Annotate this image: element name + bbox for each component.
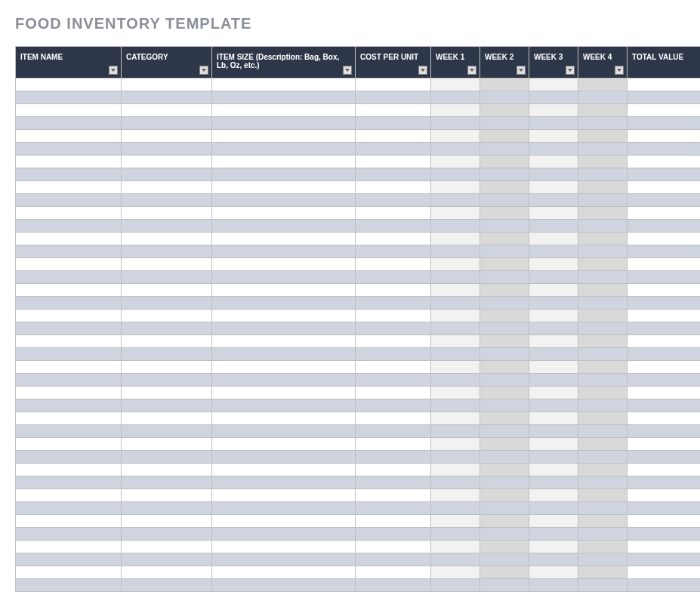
table-cell[interactable] <box>578 515 628 528</box>
table-cell[interactable] <box>122 168 212 181</box>
table-cell[interactable] <box>212 117 356 130</box>
table-cell[interactable] <box>16 245 122 258</box>
table-cell[interactable] <box>431 297 480 310</box>
col-header-category[interactable]: CATEGORY <box>122 47 212 79</box>
table-cell[interactable] <box>356 130 431 143</box>
table-cell[interactable] <box>480 220 529 233</box>
table-cell[interactable] <box>212 579 356 592</box>
table-cell[interactable] <box>628 284 701 297</box>
table-cell[interactable] <box>356 399 431 412</box>
table-cell[interactable] <box>529 297 578 310</box>
table-cell[interactable] <box>431 104 480 117</box>
table-cell[interactable] <box>356 489 431 502</box>
table-cell[interactable] <box>628 207 701 220</box>
table-cell[interactable] <box>431 310 480 322</box>
table-cell[interactable] <box>480 335 529 348</box>
table-cell[interactable] <box>480 566 529 579</box>
table-cell[interactable] <box>122 489 212 502</box>
table-cell[interactable] <box>356 451 431 464</box>
table-cell[interactable] <box>529 104 578 117</box>
table-cell[interactable] <box>529 374 578 387</box>
table-cell[interactable] <box>480 438 529 451</box>
table-cell[interactable] <box>480 91 529 104</box>
table-cell[interactable] <box>212 104 356 117</box>
table-cell[interactable] <box>122 104 212 117</box>
table-cell[interactable] <box>356 194 431 207</box>
table-cell[interactable] <box>578 438 628 451</box>
table-cell[interactable] <box>122 245 212 258</box>
table-cell[interactable] <box>628 156 701 168</box>
table-cell[interactable] <box>16 181 122 194</box>
table-cell[interactable] <box>628 541 701 553</box>
table-cell[interactable] <box>480 79 529 91</box>
table-cell[interactable] <box>529 335 578 348</box>
table-cell[interactable] <box>431 284 480 297</box>
col-header-week-3[interactable]: WEEK 3 <box>529 47 578 79</box>
filter-dropdown-icon[interactable] <box>343 66 352 75</box>
table-cell[interactable] <box>356 91 431 104</box>
col-header-total-value[interactable]: TOTAL VALUE <box>628 47 701 79</box>
table-cell[interactable] <box>212 335 356 348</box>
table-cell[interactable] <box>578 130 628 143</box>
table-cell[interactable] <box>529 387 578 399</box>
table-cell[interactable] <box>122 297 212 310</box>
table-cell[interactable] <box>16 579 122 592</box>
table-cell[interactable] <box>480 579 529 592</box>
table-cell[interactable] <box>356 322 431 335</box>
table-cell[interactable] <box>212 553 356 566</box>
table-cell[interactable] <box>529 181 578 194</box>
table-cell[interactable] <box>431 515 480 528</box>
table-cell[interactable] <box>16 438 122 451</box>
table-cell[interactable] <box>16 143 122 156</box>
table-cell[interactable] <box>529 361 578 374</box>
table-cell[interactable] <box>480 412 529 425</box>
table-cell[interactable] <box>578 79 628 91</box>
table-cell[interactable] <box>212 156 356 168</box>
table-cell[interactable] <box>16 284 122 297</box>
table-cell[interactable] <box>356 245 431 258</box>
col-header-item-size[interactable]: ITEM SIZE (Description: Bag, Box, Lb, Oz… <box>212 47 356 79</box>
table-cell[interactable] <box>628 322 701 335</box>
table-cell[interactable] <box>480 233 529 245</box>
table-cell[interactable] <box>578 207 628 220</box>
table-cell[interactable] <box>431 553 480 566</box>
table-cell[interactable] <box>431 322 480 335</box>
table-cell[interactable] <box>431 258 480 271</box>
table-cell[interactable] <box>578 528 628 541</box>
table-cell[interactable] <box>578 181 628 194</box>
table-cell[interactable] <box>212 425 356 438</box>
col-header-week-2[interactable]: WEEK 2 <box>480 47 529 79</box>
table-cell[interactable] <box>628 220 701 233</box>
table-cell[interactable] <box>16 541 122 553</box>
table-cell[interactable] <box>480 528 529 541</box>
table-cell[interactable] <box>122 553 212 566</box>
table-cell[interactable] <box>431 399 480 412</box>
table-cell[interactable] <box>212 374 356 387</box>
table-cell[interactable] <box>480 156 529 168</box>
table-cell[interactable] <box>356 297 431 310</box>
table-cell[interactable] <box>578 143 628 156</box>
table-cell[interactable] <box>212 130 356 143</box>
table-cell[interactable] <box>529 168 578 181</box>
table-cell[interactable] <box>212 566 356 579</box>
table-cell[interactable] <box>356 220 431 233</box>
table-cell[interactable] <box>480 207 529 220</box>
table-cell[interactable] <box>16 297 122 310</box>
table-cell[interactable] <box>212 464 356 476</box>
table-cell[interactable] <box>578 322 628 335</box>
table-cell[interactable] <box>16 233 122 245</box>
table-cell[interactable] <box>431 143 480 156</box>
table-cell[interactable] <box>356 156 431 168</box>
table-cell[interactable] <box>212 297 356 310</box>
table-cell[interactable] <box>578 168 628 181</box>
table-cell[interactable] <box>628 233 701 245</box>
table-cell[interactable] <box>431 438 480 451</box>
table-cell[interactable] <box>529 130 578 143</box>
table-cell[interactable] <box>529 245 578 258</box>
table-cell[interactable] <box>122 361 212 374</box>
table-cell[interactable] <box>122 258 212 271</box>
table-cell[interactable] <box>480 258 529 271</box>
table-cell[interactable] <box>16 476 122 489</box>
table-cell[interactable] <box>529 412 578 425</box>
table-cell[interactable] <box>529 528 578 541</box>
